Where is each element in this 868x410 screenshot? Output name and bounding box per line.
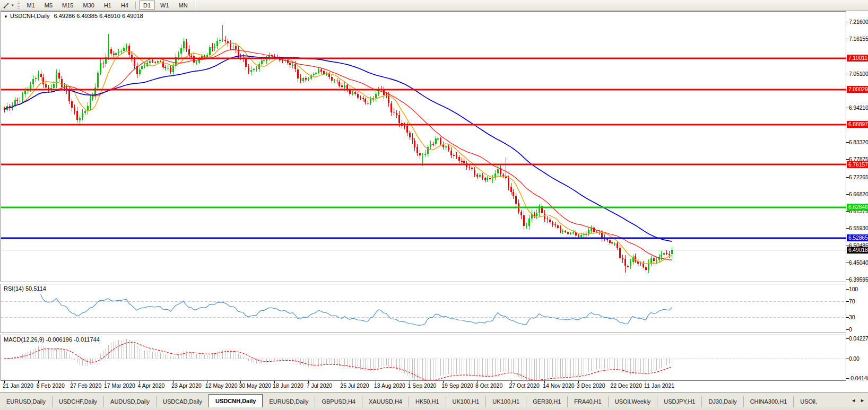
date-axis-label: 18 Jun 2020 <box>273 382 303 389</box>
toolbar-separator <box>135 2 136 9</box>
price-axis-label: 6.45040 <box>849 259 868 266</box>
price-axis-label: 7.05100 <box>849 71 868 77</box>
timeframe-buttons: M1M5M15M30H1H4D1W1MN <box>22 1 198 10</box>
chart-tab-fra40-h1[interactable]: FRA40,H1 <box>567 396 607 407</box>
chart-title: ▼USDCNH,Daily6.49286 6.49385 6.48910 6.4… <box>4 13 143 19</box>
timeframe-button-w1[interactable]: W1 <box>156 1 173 10</box>
chart-tab-usdcnh-daily[interactable]: USDCNH,Daily <box>209 394 263 407</box>
timeframe-button-m1[interactable]: M1 <box>23 1 39 10</box>
price-level-tag[interactable]: 6.88897 <box>847 121 868 128</box>
chart-tab-uk100-h1[interactable]: UK100,H1 <box>446 396 486 407</box>
macd-indicator-label: MACD(12,26,9) -0.006196 -0.011744 <box>4 336 100 343</box>
date-axis-label: 14 Nov 2020 <box>543 382 575 389</box>
date-axis-label: 7 Jul 2020 <box>307 382 332 389</box>
timeframe-button-m30[interactable]: M30 <box>79 1 98 10</box>
chart-tab-uk100-h1[interactable]: UK100,H1 <box>485 396 526 407</box>
price-axis-label: 6.66820 <box>849 191 868 197</box>
rsi-axis-label: 70 <box>849 298 855 304</box>
chart-tab-gbpusd-h4[interactable]: GBPUSD,H4 <box>315 396 362 407</box>
toolbar-separator <box>195 2 196 9</box>
date-axis-label: 8 Oct 2020 <box>475 382 502 389</box>
cursor-tool-button[interactable]: ▾ <box>1 1 15 10</box>
price-level-tag[interactable]: 7.10011 <box>847 55 868 62</box>
chart-tab-usoil-weekly[interactable]: USOil,Weekly <box>608 396 657 407</box>
price-axis-label: 6.72265 <box>849 174 868 180</box>
chevron-down-icon[interactable]: ▾ <box>12 3 14 7</box>
price-level-tag[interactable]: 6.76157 <box>847 161 868 168</box>
date-axis-label: 27 Feb 2020 <box>70 382 101 389</box>
chart-tab-usdjpy-h1[interactable]: USDJPY,H1 <box>657 396 701 407</box>
chart-tab-china300-h1[interactable]: CHINA300,H1 <box>743 396 794 407</box>
timeframe-toolbar: ▾ M1M5M15M30H1H4D1W1MN <box>0 0 868 11</box>
price-axis-label: 6.94210 <box>849 104 868 111</box>
date-axis-label: 3 Dec 2020 <box>577 382 605 389</box>
rsi-indicator-label: RSI(14) 50.5114 <box>4 285 46 292</box>
price-axis-label: 6.39595 <box>849 276 868 283</box>
price-axis-label: 7.21600 <box>849 19 868 25</box>
price-level-tag[interactable]: 7.00029 <box>847 86 868 93</box>
date-axis-label: 30 May 2020 <box>239 382 271 389</box>
timeframe-button-m5[interactable]: M5 <box>40 1 57 10</box>
price-axis-label: 6.55930 <box>849 225 868 231</box>
mt4-terminal: { "toolbar": { "dropdown_glyph": "▾", "t… <box>0 0 868 410</box>
date-axis-label: 4 Apr 2020 <box>138 382 165 389</box>
price-level-tag[interactable]: 6.52865 <box>847 234 868 241</box>
tab-scroll-right-icon[interactable]: ► <box>860 398 865 403</box>
date-axis-label: 21 Jan 2020 <box>3 382 33 389</box>
tab-scroll-buttons: ◄ ► <box>848 393 868 407</box>
timeframe-button-d1[interactable]: D1 <box>139 1 155 10</box>
date-axis-label: 19 Sep 2020 <box>441 382 473 389</box>
date-axis-label: 23 Apr 2020 <box>171 382 202 389</box>
toolbar-grip[interactable] <box>18 2 20 8</box>
macd-axis-label: 0.00 <box>849 355 860 362</box>
price-chart-panel[interactable] <box>1 11 846 282</box>
chart-quote-values: 6.49286 6.49385 6.48910 6.49018 <box>54 13 143 19</box>
chart-tab-bar: EURUSD,DailyUSDCHF,DailyAUDUSD,DailyUSDC… <box>0 392 868 407</box>
timeframe-button-h4[interactable]: H4 <box>117 1 133 10</box>
macd-axis-label: -0.04148 <box>849 375 868 381</box>
chart-tab-usdchf-daily[interactable]: USDCHF,Daily <box>52 396 103 407</box>
chart-tab-hk50-h1[interactable]: HK50,H1 <box>409 396 446 407</box>
price-axis-label: 6.83320 <box>849 139 868 145</box>
timeframe-button-m15[interactable]: M15 <box>58 1 77 10</box>
tab-scroll-left-icon[interactable]: ◄ <box>851 398 856 403</box>
collapse-arrow-icon[interactable]: ▼ <box>4 14 8 19</box>
date-axis-label: 25 Jul 2020 <box>340 382 369 389</box>
price-level-tag[interactable]: 6.62646 <box>847 204 868 211</box>
chart-symbol-label: USDCNH,Daily <box>10 13 50 19</box>
current-price-tag: 6.49018 <box>847 247 868 254</box>
chart-tab-xauusd-h4[interactable]: XAUUSD,H4 <box>362 396 409 407</box>
chart-tab-audusd-daily[interactable]: AUDUSD,Daily <box>103 396 156 407</box>
chart-tab-usdcad-daily[interactable]: USDCAD,Daily <box>156 396 209 407</box>
date-axis-label: 13 Aug 2020 <box>374 382 405 389</box>
chart-tab-eurusd-daily[interactable]: EURUSD,Daily <box>0 396 52 407</box>
date-axis-label: 1 Sep 2020 <box>408 382 437 389</box>
price-axis-label: 7.16155 <box>849 36 868 42</box>
date-axis-label: 27 Oct 2020 <box>509 382 540 389</box>
chart-tab-eurusd-daily[interactable]: EURUSD,Daily <box>263 396 315 407</box>
rsi-axis-label: 30 <box>849 314 855 320</box>
chart-tab-dj30-daily[interactable]: DJ30,Daily <box>701 396 743 407</box>
date-axis-label: 17 Mar 2020 <box>104 382 135 389</box>
macd-axis-label: 0.042275 <box>849 335 868 342</box>
rsi-axis-label: 0 <box>849 326 852 333</box>
timeframe-button-h1[interactable]: H1 <box>100 1 116 10</box>
rsi-axis-label: 100 <box>849 286 858 292</box>
date-axis-label: 12 May 2020 <box>205 382 238 389</box>
chart-tab-ger30-h1[interactable]: GER30,H1 <box>526 396 567 407</box>
cursor-tool-icon <box>3 2 11 9</box>
date-axis-label: 11 Jan 2021 <box>644 382 674 389</box>
macd-indicator-panel[interactable] <box>1 335 846 381</box>
chart-tab-usoil[interactable]: USOil, <box>793 396 823 407</box>
date-axis-label: 22 Dec 2020 <box>610 382 642 389</box>
date-axis-label: 8 Feb 2020 <box>37 382 65 389</box>
chart-tabs: EURUSD,DailyUSDCHF,DailyAUDUSD,DailyUSDC… <box>0 393 848 407</box>
timeframe-button-mn[interactable]: MN <box>175 1 192 10</box>
rsi-indicator-panel[interactable] <box>1 284 846 333</box>
